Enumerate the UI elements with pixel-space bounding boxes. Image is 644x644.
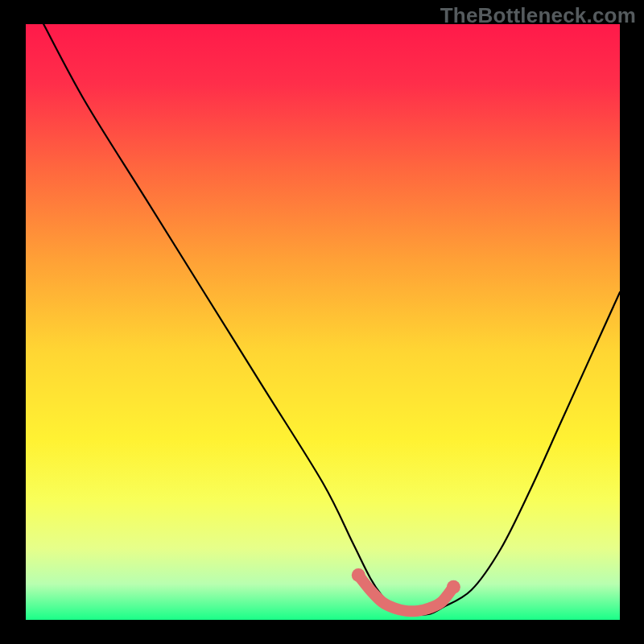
chart-frame: TheBottleneck.com (0, 0, 644, 644)
watermark-text: TheBottleneck.com (440, 3, 636, 28)
chart-svg (26, 24, 620, 620)
gradient-background (26, 24, 620, 620)
plot-area (26, 24, 620, 620)
